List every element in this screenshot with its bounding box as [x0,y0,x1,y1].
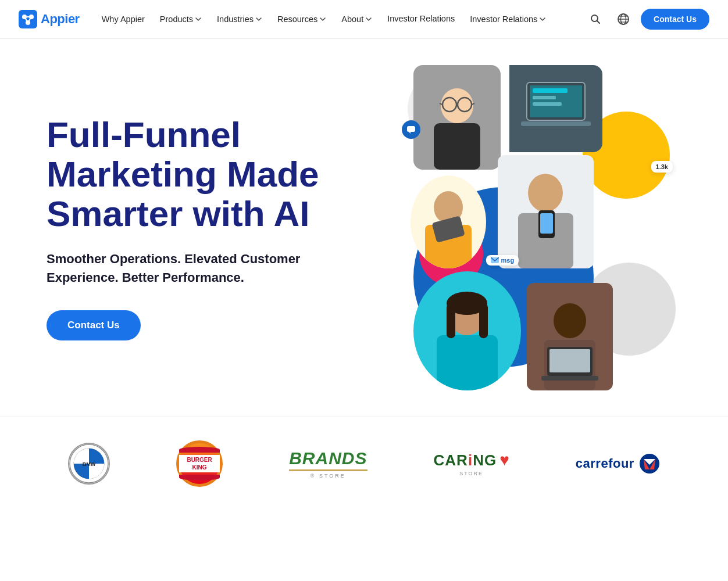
nav-right: Contact Us [585,9,709,30]
svg-point-30 [528,174,563,212]
carrefour-logo-text: carrefour [576,456,634,471]
nav-item-why-appier[interactable]: Why Appier [96,10,151,28]
photo-man-phone [498,155,594,268]
chevron-down-icon [195,16,202,23]
svg-rect-23 [533,88,568,93]
svg-line-8 [597,21,600,24]
logo-text: Appier [41,12,80,27]
photo-woman-laptop [527,283,613,390]
svg-rect-35 [437,335,498,390]
nav-item-resources[interactable]: Resources [272,10,332,28]
logo-caring: CARiNG ♥ STORE [434,440,509,487]
globe-icon [617,13,630,26]
svg-rect-38 [479,303,488,338]
caring-heart-icon: ♥ [499,452,509,468]
svg-rect-0 [19,10,37,28]
logos-section: BMW BURGER KING BRANDS ® STORE CARiNG ♥ [0,417,728,510]
logo-bmw: BMW [68,440,110,487]
svg-rect-15 [434,123,480,170]
svg-text:BMW: BMW [83,461,96,467]
bk-logo-text: BURGER KING [179,455,220,472]
deco-chat-bubble [402,120,420,139]
svg-rect-44 [407,126,415,132]
logo[interactable]: Appier [19,10,80,28]
chevron-down-icon [255,16,262,23]
svg-rect-25 [533,102,562,106]
search-button[interactable] [585,9,606,30]
carrefour-logo-icon [639,453,660,474]
nav-item-about[interactable]: About [336,10,378,28]
nav-item-investor-relations-2[interactable]: Investor Relations [464,10,552,28]
logo-brands: BRANDS ® STORE [289,440,367,487]
photo-woman-teal [413,271,521,390]
deco-email-badge: msg [486,255,519,266]
chevron-down-icon [319,16,326,23]
nav-contact-button[interactable]: Contact Us [641,9,709,30]
svg-rect-42 [549,349,590,372]
svg-point-39 [554,303,586,338]
search-icon [590,13,601,25]
deco-stat-card: 1.3k [651,161,673,173]
caring-store-text: STORE [434,471,509,476]
photo-woman-glasses [413,65,501,170]
nav-item-investor-relations-1[interactable]: Investor Relations [381,12,461,26]
chevron-down-icon [539,16,546,23]
logo-carrefour: carrefour [576,440,660,487]
navbar: Appier Why Appier Products Industries Re… [0,0,728,39]
logo-burger-king: BURGER KING [176,440,223,487]
svg-rect-33 [540,213,553,234]
caring-logo-text: CARiNG [434,451,497,469]
hero-visual: 1.3k msg [396,65,681,390]
chevron-down-icon [365,16,372,23]
brands-logo-text: BRANDS [289,449,367,471]
svg-rect-43 [541,376,598,381]
svg-marker-45 [409,132,411,134]
svg-rect-24 [533,96,556,99]
nav-links: Why Appier Products Industries Resources… [96,10,585,28]
photo-woman-tablet [411,175,486,268]
hero-subtitle: Smoother Operations. Elevated Customer E… [47,250,373,287]
hero-contact-button[interactable]: Contact Us [47,310,141,340]
language-button[interactable] [613,9,634,30]
hero-left: Full-Funnel Marketing Made Smarter with … [47,115,396,340]
hero-section: Full-Funnel Marketing Made Smarter with … [0,39,728,417]
bmw-logo-mark: BMW [68,443,110,485]
photo-laptop [509,65,602,152]
svg-rect-26 [521,121,591,126]
hero-title: Full-Funnel Marketing Made Smarter with … [47,115,373,234]
hero-right: 1.3k msg [396,65,681,390]
svg-rect-37 [447,303,455,338]
nav-item-industries[interactable]: Industries [211,10,268,28]
nav-item-products[interactable]: Products [154,10,208,28]
brands-logo-sub: ® STORE [289,473,367,479]
appier-logo-icon [19,10,37,28]
